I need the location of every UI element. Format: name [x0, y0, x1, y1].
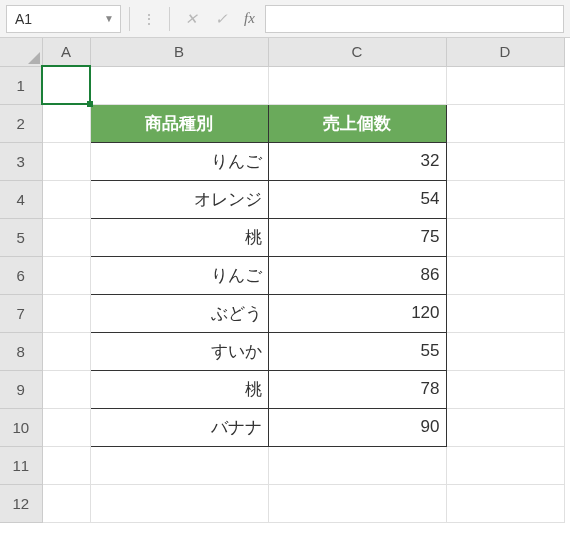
- column-header-C[interactable]: C: [268, 38, 446, 66]
- column-header-B[interactable]: B: [90, 38, 268, 66]
- row-header-10[interactable]: 10: [0, 408, 42, 446]
- column-header-A[interactable]: A: [42, 38, 90, 66]
- cell-B10[interactable]: バナナ: [90, 408, 268, 446]
- cell-C11[interactable]: [268, 446, 446, 484]
- cell-A6[interactable]: [42, 256, 90, 294]
- cell-B1[interactable]: [90, 66, 268, 104]
- cell-A1[interactable]: [42, 66, 90, 104]
- cell-A2[interactable]: [42, 104, 90, 142]
- cell-B12[interactable]: [90, 484, 268, 522]
- cell-B9[interactable]: 桃: [90, 370, 268, 408]
- confirm-icon: ✓: [208, 6, 234, 32]
- formula-input[interactable]: [265, 5, 564, 33]
- cell-D2[interactable]: [446, 104, 564, 142]
- cell-A8[interactable]: [42, 332, 90, 370]
- row-header-9[interactable]: 9: [0, 370, 42, 408]
- cell-C1[interactable]: [268, 66, 446, 104]
- row-header-4[interactable]: 4: [0, 180, 42, 218]
- cell-B6[interactable]: りんご: [90, 256, 268, 294]
- cell-C2[interactable]: 売上個数: [268, 104, 446, 142]
- cell-D3[interactable]: [446, 142, 564, 180]
- cell-A11[interactable]: [42, 446, 90, 484]
- fx-icon[interactable]: fx: [238, 10, 261, 27]
- divider: [169, 7, 170, 31]
- row-header-12[interactable]: 12: [0, 484, 42, 522]
- cell-A3[interactable]: [42, 142, 90, 180]
- row-header-6[interactable]: 6: [0, 256, 42, 294]
- cell-A12[interactable]: [42, 484, 90, 522]
- cell-D8[interactable]: [446, 332, 564, 370]
- cell-B7[interactable]: ぶどう: [90, 294, 268, 332]
- cell-D7[interactable]: [446, 294, 564, 332]
- cell-D1[interactable]: [446, 66, 564, 104]
- spreadsheet-grid: A B C D 1 2 商品種別 売上個数 3 りんご 32: [0, 38, 570, 523]
- cell-B8[interactable]: すいか: [90, 332, 268, 370]
- cell-C12[interactable]: [268, 484, 446, 522]
- cell-D12[interactable]: [446, 484, 564, 522]
- cell-B4[interactable]: オレンジ: [90, 180, 268, 218]
- name-box-dropdown-icon[interactable]: ▼: [104, 13, 114, 24]
- cell-D9[interactable]: [446, 370, 564, 408]
- cell-B2[interactable]: 商品種別: [90, 104, 268, 142]
- cell-A5[interactable]: [42, 218, 90, 256]
- cell-A9[interactable]: [42, 370, 90, 408]
- formula-bar: A1 ▼ ⋮ ✕ ✓ fx: [0, 0, 570, 38]
- cell-C8[interactable]: 55: [268, 332, 446, 370]
- cell-D10[interactable]: [446, 408, 564, 446]
- row-header-7[interactable]: 7: [0, 294, 42, 332]
- cell-C7[interactable]: 120: [268, 294, 446, 332]
- cell-A10[interactable]: [42, 408, 90, 446]
- cell-D6[interactable]: [446, 256, 564, 294]
- cell-C9[interactable]: 78: [268, 370, 446, 408]
- cell-B3[interactable]: りんご: [90, 142, 268, 180]
- name-box[interactable]: A1 ▼: [6, 5, 121, 33]
- expand-dots-icon[interactable]: ⋮: [138, 11, 161, 27]
- cell-D4[interactable]: [446, 180, 564, 218]
- cell-C5[interactable]: 75: [268, 218, 446, 256]
- cell-C3[interactable]: 32: [268, 142, 446, 180]
- cancel-icon: ✕: [178, 6, 204, 32]
- row-header-1[interactable]: 1: [0, 66, 42, 104]
- cell-C10[interactable]: 90: [268, 408, 446, 446]
- cell-B5[interactable]: 桃: [90, 218, 268, 256]
- cell-A7[interactable]: [42, 294, 90, 332]
- column-header-D[interactable]: D: [446, 38, 564, 66]
- name-box-value: A1: [15, 11, 32, 27]
- cell-D11[interactable]: [446, 446, 564, 484]
- row-header-3[interactable]: 3: [0, 142, 42, 180]
- divider: [129, 7, 130, 31]
- select-all-corner[interactable]: [0, 38, 42, 66]
- row-header-8[interactable]: 8: [0, 332, 42, 370]
- cell-C6[interactable]: 86: [268, 256, 446, 294]
- cell-D5[interactable]: [446, 218, 564, 256]
- cell-A4[interactable]: [42, 180, 90, 218]
- row-header-2[interactable]: 2: [0, 104, 42, 142]
- cell-C4[interactable]: 54: [268, 180, 446, 218]
- row-header-5[interactable]: 5: [0, 218, 42, 256]
- cell-B11[interactable]: [90, 446, 268, 484]
- row-header-11[interactable]: 11: [0, 446, 42, 484]
